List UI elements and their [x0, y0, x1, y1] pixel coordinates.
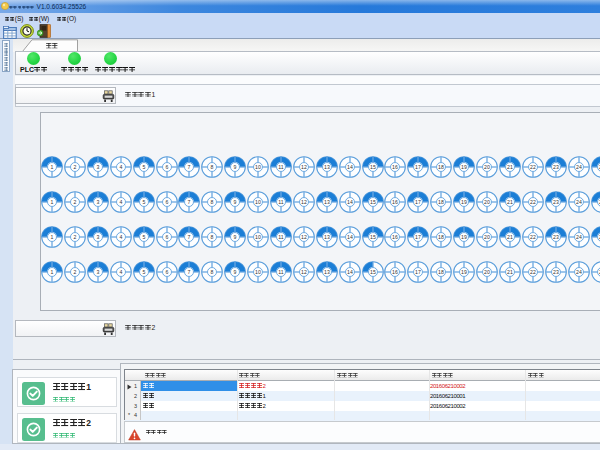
svg-text:2: 2: [74, 164, 77, 170]
svg-text:3: 3: [97, 199, 100, 205]
svg-text:7: 7: [188, 234, 191, 240]
svg-text:3: 3: [97, 164, 100, 170]
svg-text:21: 21: [507, 164, 513, 170]
svg-text:7: 7: [188, 164, 191, 170]
svg-text:23: 23: [553, 199, 559, 205]
svg-text:11: 11: [278, 234, 283, 240]
svg-text:8: 8: [211, 234, 214, 240]
svg-text:14: 14: [347, 234, 353, 240]
svg-text:18: 18: [438, 164, 444, 170]
svg-text:10: 10: [255, 164, 261, 170]
svg-text:2: 2: [74, 234, 77, 240]
svg-text:19: 19: [461, 269, 467, 275]
svg-text:7: 7: [188, 269, 191, 275]
svg-text:12: 12: [301, 234, 307, 240]
svg-text:19: 19: [461, 199, 467, 205]
svg-text:24: 24: [576, 234, 582, 240]
svg-text:6: 6: [166, 199, 169, 205]
svg-text:21: 21: [507, 199, 513, 205]
svg-text:15: 15: [370, 234, 376, 240]
svg-text:7: 7: [188, 199, 191, 205]
svg-text:22: 22: [530, 164, 536, 170]
svg-text:16: 16: [392, 199, 398, 205]
svg-text:17: 17: [415, 199, 421, 205]
svg-text:13: 13: [324, 199, 330, 205]
svg-text:5: 5: [143, 269, 146, 275]
svg-text:16: 16: [392, 234, 398, 240]
svg-text:1: 1: [51, 269, 54, 275]
svg-text:20: 20: [484, 269, 490, 275]
svg-text:22: 22: [530, 269, 536, 275]
svg-text:9: 9: [234, 234, 237, 240]
svg-text:12: 12: [301, 199, 307, 205]
svg-text:17: 17: [415, 234, 421, 240]
svg-text:1: 1: [51, 234, 54, 240]
svg-text:14: 14: [347, 199, 353, 205]
svg-text:11: 11: [278, 269, 283, 275]
svg-text:24: 24: [576, 164, 582, 170]
svg-text:15: 15: [370, 164, 376, 170]
svg-text:6: 6: [166, 234, 169, 240]
svg-text:11: 11: [278, 199, 283, 205]
svg-text:13: 13: [324, 269, 330, 275]
svg-text:14: 14: [347, 269, 353, 275]
svg-text:10: 10: [255, 269, 261, 275]
svg-text:8: 8: [211, 164, 214, 170]
svg-text:9: 9: [234, 199, 237, 205]
svg-text:13: 13: [324, 234, 330, 240]
svg-text:14: 14: [347, 164, 353, 170]
svg-text:1: 1: [51, 199, 54, 205]
svg-text:21: 21: [507, 234, 513, 240]
svg-text:2: 2: [74, 269, 77, 275]
svg-text:16: 16: [392, 269, 398, 275]
svg-text:22: 22: [530, 234, 536, 240]
svg-text:20: 20: [484, 199, 490, 205]
svg-text:24: 24: [576, 199, 582, 205]
svg-text:5: 5: [143, 234, 146, 240]
svg-text:9: 9: [234, 164, 237, 170]
svg-text:23: 23: [553, 234, 559, 240]
svg-text:23: 23: [553, 269, 559, 275]
svg-text:8: 8: [211, 269, 214, 275]
svg-text:5: 5: [143, 199, 146, 205]
svg-text:18: 18: [438, 199, 444, 205]
svg-text:11: 11: [278, 164, 283, 170]
svg-text:16: 16: [392, 164, 398, 170]
svg-text:17: 17: [415, 164, 421, 170]
svg-text:18: 18: [438, 234, 444, 240]
svg-text:5: 5: [143, 164, 146, 170]
svg-text:6: 6: [166, 164, 169, 170]
svg-text:22: 22: [530, 199, 536, 205]
svg-text:6: 6: [166, 269, 169, 275]
svg-text:13: 13: [324, 164, 330, 170]
svg-text:21: 21: [507, 269, 513, 275]
svg-text:15: 15: [370, 269, 376, 275]
svg-text:3: 3: [97, 269, 100, 275]
svg-text:19: 19: [461, 234, 467, 240]
svg-text:20: 20: [484, 234, 490, 240]
svg-text:24: 24: [576, 269, 582, 275]
svg-text:1: 1: [51, 164, 54, 170]
svg-text:4: 4: [120, 234, 123, 240]
svg-text:20: 20: [484, 164, 490, 170]
svg-text:15: 15: [370, 199, 376, 205]
svg-text:9: 9: [234, 269, 237, 275]
svg-text:4: 4: [120, 164, 123, 170]
svg-text:18: 18: [438, 269, 444, 275]
svg-text:19: 19: [461, 164, 467, 170]
svg-text:10: 10: [255, 199, 261, 205]
svg-text:12: 12: [301, 164, 307, 170]
svg-text:4: 4: [120, 199, 123, 205]
svg-text:4: 4: [120, 269, 123, 275]
svg-text:10: 10: [255, 234, 261, 240]
svg-text:3: 3: [97, 234, 100, 240]
svg-text:12: 12: [301, 269, 307, 275]
svg-text:8: 8: [211, 199, 214, 205]
svg-text:23: 23: [553, 164, 559, 170]
svg-text:17: 17: [415, 269, 421, 275]
svg-text:2: 2: [74, 199, 77, 205]
